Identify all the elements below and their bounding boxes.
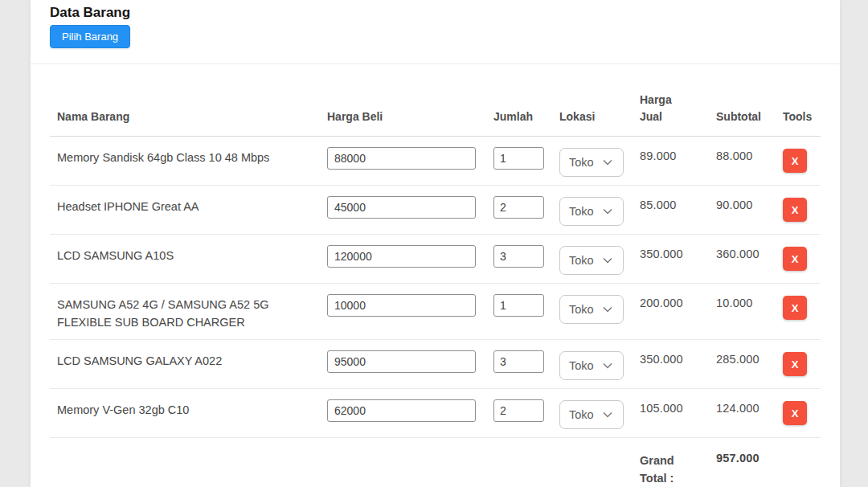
lokasi-select[interactable]: Toko <box>559 148 624 177</box>
table-header-row: Nama Barang Harga Beli Jumlah Lokasi Har… <box>50 64 821 137</box>
harga-jual-value: 200.000 <box>640 294 716 309</box>
item-name: Memory Sandisk 64gb Class 10 48 Mbps <box>50 149 299 166</box>
data-barang-card: Data Barang Pilih Barang Nama Barang Har… <box>31 0 840 487</box>
lokasi-selected-value: Toko <box>569 408 596 421</box>
harga-jual-value: 89.000 <box>640 147 716 162</box>
harga-beli-input[interactable] <box>327 196 476 219</box>
chevron-down-icon <box>603 208 612 215</box>
harga-beli-input[interactable] <box>327 245 476 268</box>
col-header-harga-beli: Harga Beli <box>327 108 493 125</box>
card-header: Data Barang Pilih Barang <box>31 0 840 64</box>
lokasi-selected-value: Toko <box>569 303 596 316</box>
col-header-subtotal: Subtotal <box>716 108 783 125</box>
table-footer-row: Grand Total : 957.000 <box>50 438 821 487</box>
col-header-nama-barang: Nama Barang <box>50 108 327 125</box>
lokasi-select[interactable]: Toko <box>559 295 624 324</box>
jumlah-input[interactable] <box>493 245 544 268</box>
subtotal-value: 88.000 <box>716 147 783 162</box>
items-table: Nama Barang Harga Beli Jumlah Lokasi Har… <box>50 64 821 487</box>
col-header-tools: Tools <box>783 108 821 125</box>
chevron-down-icon <box>603 159 612 166</box>
table-row: LCD SAMSUNG GALAXY A022 Toko 350.000 285… <box>50 340 821 389</box>
lokasi-select[interactable]: Toko <box>559 351 624 380</box>
chevron-down-icon <box>603 411 612 418</box>
harga-beli-input[interactable] <box>327 399 476 422</box>
delete-row-button[interactable]: X <box>783 296 807 320</box>
subtotal-value: 285.000 <box>716 350 783 366</box>
item-name: LCD SAMSUNG GALAXY A022 <box>50 352 299 370</box>
delete-row-button[interactable]: X <box>783 401 807 425</box>
delete-row-button[interactable]: X <box>783 198 807 222</box>
table-row: LCD SAMSUNG A10S Toko 350.000 360.000 X <box>50 235 821 284</box>
lokasi-selected-value: Toko <box>569 156 596 169</box>
jumlah-input[interactable] <box>493 350 544 373</box>
grand-total-value: 957.000 <box>716 452 783 464</box>
jumlah-input[interactable] <box>493 147 544 170</box>
table-row: Memory V-Gen 32gb C10 Toko 105.000 124.0… <box>50 389 821 438</box>
lokasi-selected-value: Toko <box>569 205 596 218</box>
delete-row-button[interactable]: X <box>783 149 807 173</box>
col-header-harga-jual: Harga Jual <box>640 92 682 125</box>
delete-row-button[interactable]: X <box>783 247 807 271</box>
lokasi-selected-value: Toko <box>569 254 596 267</box>
lokasi-select[interactable]: Toko <box>559 246 624 275</box>
item-name: LCD SAMSUNG A10S <box>50 247 299 264</box>
harga-beli-input[interactable] <box>327 350 476 373</box>
delete-row-button[interactable]: X <box>783 352 807 376</box>
jumlah-input[interactable] <box>493 294 544 317</box>
table-row: Headset IPHONE Great AA Toko 85.000 90.0… <box>50 186 821 235</box>
harga-beli-input[interactable] <box>327 147 476 170</box>
harga-jual-value: 105.000 <box>640 399 716 415</box>
subtotal-value: 90.000 <box>716 196 783 211</box>
table-row: SAMSUNG A52 4G / SAMSUNG A52 5G FLEXIBLE… <box>50 284 821 340</box>
lokasi-select[interactable]: Toko <box>559 400 624 429</box>
item-name: SAMSUNG A52 4G / SAMSUNG A52 5G FLEXIBLE… <box>50 296 299 331</box>
page-title: Data Barang <box>50 3 821 23</box>
col-header-jumlah: Jumlah <box>493 108 559 125</box>
harga-jual-value: 85.000 <box>640 196 716 211</box>
item-name: Headset IPHONE Great AA <box>50 198 299 215</box>
lokasi-selected-value: Toko <box>569 359 596 372</box>
chevron-down-icon <box>603 362 612 369</box>
subtotal-value: 360.000 <box>716 245 783 260</box>
pilih-barang-button[interactable]: Pilih Barang <box>50 25 130 48</box>
jumlah-input[interactable] <box>493 196 544 219</box>
chevron-down-icon <box>603 257 612 264</box>
item-name: Memory V-Gen 32gb C10 <box>50 401 299 419</box>
table-row: Memory Sandisk 64gb Class 10 48 Mbps Tok… <box>50 137 821 186</box>
grand-total-label: Grand Total : <box>640 452 688 487</box>
harga-jual-value: 350.000 <box>640 245 716 260</box>
harga-beli-input[interactable] <box>327 294 476 317</box>
chevron-down-icon <box>603 306 612 313</box>
lokasi-select[interactable]: Toko <box>559 197 624 226</box>
jumlah-input[interactable] <box>493 399 544 422</box>
subtotal-value: 10.000 <box>716 294 783 309</box>
col-header-lokasi: Lokasi <box>559 108 640 125</box>
harga-jual-value: 350.000 <box>640 350 716 366</box>
subtotal-value: 124.000 <box>716 399 783 415</box>
